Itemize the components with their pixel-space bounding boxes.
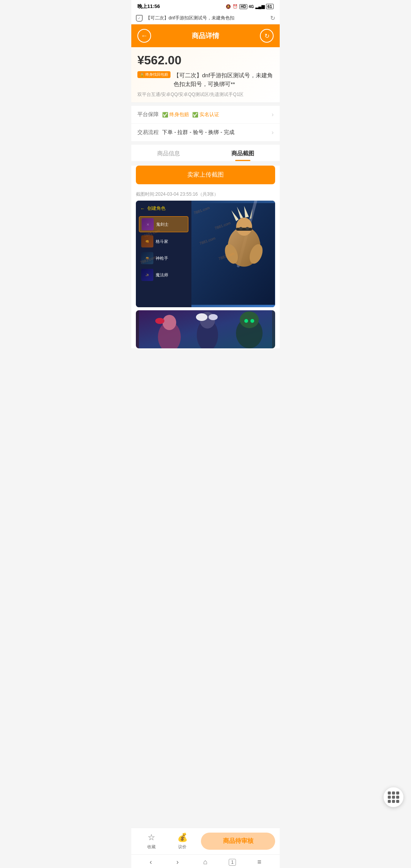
page-title: 商品详情 [192, 31, 219, 40]
arrow-icon: › [272, 111, 274, 118]
trade-process-content: 下单 - 拉群 - 验号 - 换绑 - 完成 [162, 129, 272, 136]
svg-point-20 [209, 314, 218, 320]
page-header: ← 商品详情 ↻ [131, 24, 280, 47]
svg-rect-8 [236, 228, 252, 231]
game-screenshot-2 [136, 310, 275, 348]
game-screenshot-1: ← 创建角色 ⚔ 鬼剑士 👊 格斗家 🔫 神枪手 [136, 201, 275, 307]
svg-point-23 [244, 319, 248, 323]
address-bar: ✓ 【可二次】dnf手游扣区测试号，未建角色扣 ↻ [131, 12, 280, 24]
platform-guarantee-label: 平台保障 [137, 111, 162, 118]
status-icons: 🔕 ⏰ HD 4G ▂▄▆ 61 [226, 4, 274, 9]
shield-icon: ✓ [136, 15, 143, 22]
svg-point-22 [240, 311, 259, 328]
char-name-gunner: 神枪手 [156, 255, 168, 261]
trade-process-row[interactable]: 交易流程 下单 - 拉群 - 验号 - 换绑 - 完成 › [131, 124, 280, 142]
trade-arrow-icon: › [272, 129, 274, 136]
info-section: 平台保障 ✅ 终身包赔 ✅ 实名认证 › 交易流程 下单 - 拉群 - 验号 -… [131, 106, 280, 142]
status-time: 晚上11:56 [137, 3, 160, 10]
svg-point-19 [196, 313, 207, 321]
create-char-label: 创建角色 [147, 205, 166, 212]
create-char-header: ← 创建角色 [139, 204, 188, 213]
product-badge-row: 🔒 终身找回包赔 【可二次】dnf手游扣区测试号，未建角色扣太阳号，可换绑可** [137, 71, 274, 88]
char-item-ghost[interactable]: ⚔ 鬼剑士 [139, 216, 188, 232]
refresh-icon[interactable]: ↻ [270, 14, 275, 22]
address-text: 【可二次】dnf手游扣区测试号，未建角色扣 [146, 15, 267, 21]
char-avatar-gunner: 🔫 [141, 252, 153, 264]
battery-icon: 61 [266, 4, 274, 9]
signal-bars: ▂▄▆ [255, 4, 264, 9]
lifetime-badge-text: ✅ 终身包赔 [162, 111, 189, 118]
svg-point-15 [162, 315, 176, 330]
product-price: ¥562.00 [137, 53, 274, 67]
check-icon-2: ✅ [192, 112, 198, 118]
hd-icon: HD [239, 4, 247, 9]
tab-product-screenshot[interactable]: 商品截图 [206, 145, 280, 161]
char-item-mage[interactable]: ✨ 魔法师 [139, 267, 188, 282]
platform-guarantee-row[interactable]: 平台保障 ✅ 终身包赔 ✅ 实名认证 › [131, 106, 280, 124]
signal-icon: 4G [249, 5, 254, 9]
alarm-icon: ⏰ [233, 4, 238, 9]
char-item-fighter[interactable]: 👊 格斗家 [139, 234, 188, 249]
price-section: ¥562.00 🔒 终身找回包赔 【可二次】dnf手游扣区测试号，未建角色扣太阳… [131, 47, 280, 103]
svg-point-3 [236, 218, 252, 236]
trade-process-label: 交易流程 [137, 129, 162, 136]
char-item-gunner[interactable]: 🔫 神枪手 [139, 251, 188, 266]
character-art: 7881.com 7881.com 7881.com 7881.com [191, 201, 275, 307]
badge-icon: 🔒 [140, 73, 144, 77]
status-bar: 晚上11:56 🔕 ⏰ HD 4G ▂▄▆ 61 [131, 0, 280, 12]
char-name-ghost: 鬼剑士 [156, 222, 169, 227]
char-avatar-ghost: ⚔ [142, 218, 154, 230]
back-arrow-icon: ← [140, 206, 145, 211]
check-icon: ✅ [162, 112, 168, 118]
char-name-fighter: 格斗家 [156, 239, 168, 244]
platform-guarantee-content: ✅ 终身包赔 ✅ 实名认证 [162, 111, 272, 118]
svg-point-24 [250, 319, 254, 323]
tab-product-info[interactable]: 商品信息 [131, 145, 206, 161]
tabs-section: 商品信息 商品截图 [131, 145, 280, 161]
svg-point-16 [155, 318, 164, 324]
product-title: 【可二次】dnf手游扣区测试号，未建角色扣太阳号，可换绑可** [174, 71, 274, 88]
upload-screenshot-button[interactable]: 卖家上传截图 [136, 166, 275, 184]
realname-badge-text: ✅ 实名认证 [192, 111, 219, 118]
screenshot-section: 卖家上传截图 截图时间:2024-03-04 23:55:16（共3张） ← 创… [131, 166, 280, 348]
lifetime-badge: 🔒 终身找回包赔 [137, 71, 170, 78]
char-avatar-fighter: 👊 [141, 235, 153, 247]
product-subtitle: 双平台互通/安卓QQ/安卓QQ测试区/先遗测试手Q1区 [137, 91, 274, 98]
svg-point-10 [246, 227, 250, 230]
char-avatar-mage: ✨ [141, 269, 153, 281]
character-panel: ← 创建角色 ⚔ 鬼剑士 👊 格斗家 🔫 神枪手 [136, 201, 191, 307]
char-name-mage: 魔法师 [156, 272, 168, 278]
svg-point-9 [239, 227, 243, 230]
mute-icon: 🔕 [226, 4, 231, 9]
header-refresh-button[interactable]: ↻ [260, 29, 274, 43]
back-button[interactable]: ← [137, 29, 151, 43]
